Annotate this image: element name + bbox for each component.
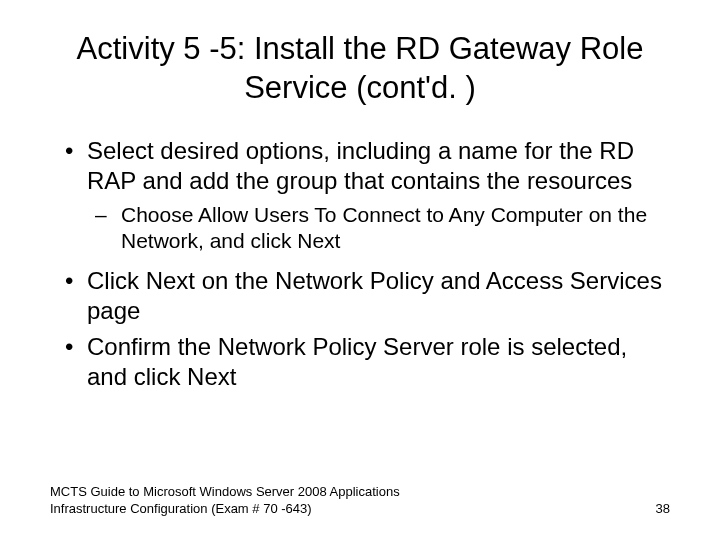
bullet-item: • Select desired options, including a na… xyxy=(55,136,670,196)
content-area: • Select desired options, including a na… xyxy=(50,136,670,393)
bullet-text: Select desired options, including a name… xyxy=(87,136,670,196)
bullet-item: • Confirm the Network Policy Server role… xyxy=(55,332,670,392)
slide-footer: MCTS Guide to Microsoft Windows Server 2… xyxy=(50,484,670,518)
page-number: 38 xyxy=(656,501,670,518)
bullet-marker: • xyxy=(55,332,87,392)
sub-bullet-text: Choose Allow Users To Connect to Any Com… xyxy=(121,202,670,255)
bullet-marker: • xyxy=(55,266,87,326)
sub-bullet-item: – Choose Allow Users To Connect to Any C… xyxy=(95,202,670,255)
slide-title: Activity 5 -5: Install the RD Gateway Ro… xyxy=(50,30,670,108)
bullet-text: Click Next on the Network Policy and Acc… xyxy=(87,266,670,326)
dash-marker: – xyxy=(95,202,121,255)
bullet-item: • Click Next on the Network Policy and A… xyxy=(55,266,670,326)
footer-text: MCTS Guide to Microsoft Windows Server 2… xyxy=(50,484,450,518)
bullet-marker: • xyxy=(55,136,87,196)
bullet-text: Confirm the Network Policy Server role i… xyxy=(87,332,670,392)
